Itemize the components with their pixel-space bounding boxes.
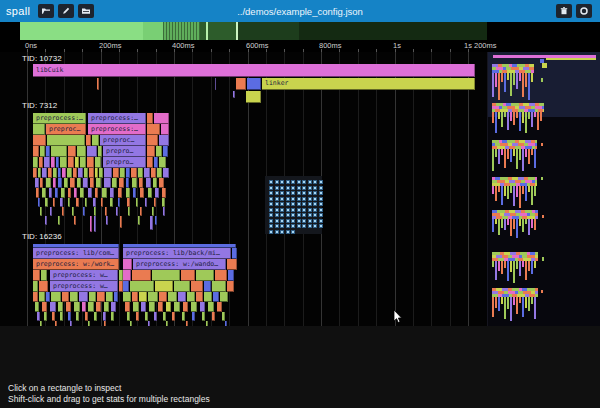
flame-bar[interactable] [162,188,166,198]
clear-button[interactable] [556,4,572,18]
flame-bar[interactable] [233,91,235,98]
flame-bar[interactable] [123,292,131,302]
flame-bar[interactable] [46,178,51,188]
flame-bar[interactable] [220,292,228,302]
flame-bar[interactable] [225,321,227,326]
flame-bar[interactable]: preproc… [46,124,86,135]
flame-bar[interactable] [96,178,101,188]
flame-bar[interactable] [80,157,86,168]
flame-bar[interactable] [162,198,165,207]
flame-bar[interactable]: preprocess: w… [50,270,118,281]
flame-bar[interactable] [66,302,71,312]
flame-bar[interactable] [68,188,71,198]
flame-bar[interactable] [94,216,96,232]
flame-bar[interactable] [58,302,63,312]
flame-bar[interactable] [163,207,165,216]
flame-bar[interactable] [217,302,222,312]
flame-bar[interactable] [51,292,61,302]
flame-bar[interactable] [145,198,147,207]
flame-bar[interactable]: prepro… [103,157,146,168]
flame-bar[interactable] [33,157,38,168]
flame-bar[interactable] [139,292,147,302]
flame-bar[interactable] [90,216,92,232]
flame-bar[interactable] [127,198,130,207]
flame-bar[interactable] [132,178,137,188]
flame-bar[interactable] [140,188,144,198]
flame-bar[interactable] [74,216,76,225]
flame-bar[interactable] [110,188,114,198]
flame-bar[interactable] [76,312,79,321]
flame-bar[interactable] [106,216,108,225]
flame-bar[interactable] [40,146,45,157]
flame-bar[interactable]: preprocess: lib/com… [33,248,119,259]
flame-bar[interactable] [174,302,180,312]
flame-bar[interactable] [222,312,225,321]
flame-bar[interactable] [33,135,46,146]
flame-bar[interactable] [87,146,97,157]
flame-bar[interactable] [156,146,162,157]
flame-bar[interactable] [62,207,64,216]
flame-bar[interactable] [53,178,56,188]
flame-bar[interactable]: preprocess:… [88,113,146,124]
flame-bar[interactable] [101,198,103,207]
flame-bar[interactable] [39,157,43,168]
flame-bar[interactable]: libCuik [33,64,475,77]
flame-bar[interactable] [232,248,237,259]
flame-bar[interactable] [181,270,195,281]
flame-bar[interactable] [51,146,67,157]
flame-bar[interactable] [94,207,96,216]
flame-bar[interactable] [159,157,166,168]
flame-bar[interactable] [33,146,39,157]
flame-bar[interactable] [90,178,94,188]
flame-bar[interactable] [213,292,219,302]
flame-bar[interactable] [58,216,60,225]
flame-bar[interactable] [204,281,211,292]
flame-bar[interactable] [88,321,90,326]
flame-bar[interactable] [133,188,136,198]
flame-bar[interactable] [98,146,102,157]
flame-bar[interactable] [73,168,77,178]
flame-bar[interactable] [74,188,77,198]
flame-bar[interactable] [152,270,180,281]
flame-bar[interactable] [151,168,156,178]
flame-bar[interactable] [99,168,103,178]
flame-bar[interactable] [86,135,91,146]
flame-bar[interactable] [147,146,155,157]
flame-bar[interactable] [62,292,69,302]
flame-bar[interactable] [126,188,130,198]
flame-bar[interactable] [215,78,216,90]
flame-bar[interactable] [40,207,42,216]
flame-bar[interactable] [102,188,107,198]
flame-bar[interactable] [52,312,55,321]
flame-bar[interactable] [144,168,150,178]
flame-bar[interactable] [40,321,42,326]
flame-bar[interactable] [104,321,106,326]
flame-bar[interactable] [39,292,45,302]
flame-bar[interactable] [53,168,57,178]
flame-bar[interactable] [46,292,50,302]
flame-bar[interactable]: preproc… [100,135,146,146]
flame-bar[interactable] [58,178,62,188]
flame-bar[interactable] [136,198,138,207]
flame-bar[interactable] [166,302,171,312]
flame-bar[interactable] [148,321,150,326]
minimap[interactable] [487,52,600,326]
flame-bar[interactable] [123,281,129,292]
flame-bar[interactable] [48,168,52,178]
flame-bar[interactable] [131,168,137,178]
flame-bar[interactable] [77,178,81,188]
open-folder-button[interactable] [78,4,94,18]
flame-bar[interactable] [133,302,139,312]
flame-bar[interactable] [70,292,78,302]
flame-bar[interactable]: preprocess: w… [50,281,118,292]
flame-bar[interactable] [36,188,39,198]
flame-bar[interactable]: prepro… [103,146,146,157]
flame-bar[interactable] [68,198,70,207]
flame-bar[interactable] [105,207,107,216]
flame-bar[interactable] [247,78,261,90]
flame-bar[interactable] [78,168,83,178]
flame-bar[interactable] [97,78,99,90]
flame-bar[interactable] [40,178,43,188]
flame-bar[interactable] [146,178,151,188]
flame-bar[interactable]: preprocess: w:/work… [33,259,119,270]
